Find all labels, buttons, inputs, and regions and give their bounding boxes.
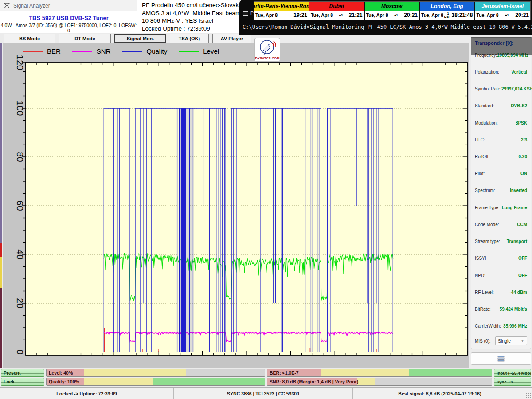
sidebar-row-value: -44 dBm [510, 290, 527, 295]
sidebar-row: FEC:2/3 [475, 137, 527, 142]
clock-date: Tue, Apr 8 [477, 12, 499, 18]
legend-label: SNR [97, 47, 111, 55]
legend-swatch [72, 51, 92, 52]
mis-label: MIS (0): [475, 339, 491, 344]
y-axis-label-20: 20 [7, 290, 33, 317]
signal-chart-panel: BERSNRQualityLevel DXSATCS.COM 120100806… [3, 43, 469, 368]
mis-dropdown[interactable]: Single ▼ [495, 336, 527, 345]
sidebar-row: Spectrum:Inverted [475, 188, 527, 193]
console-window[interactable]: Pri C:\Users\Roman Dávid>Signal Monitori… [239, 0, 532, 35]
tab-dt-mode[interactable]: DT Mode [59, 34, 111, 43]
status-badge-sync-ts: Sync TS [494, 378, 531, 386]
clock-jerusalem-israel: Jerusalem-IsraelTue, Apr 8+120:21 [475, 2, 531, 20]
bar-level: Level: 40% [46, 369, 265, 377]
sidebar-row-value: Long Frame [502, 205, 527, 210]
resize-grip[interactable] [526, 393, 531, 398]
status-badge-present: Present [1, 369, 44, 377]
y-axis-label-40: 40 [7, 241, 33, 268]
sidebar-row-label: Frame Type: [475, 205, 500, 210]
tuner-name: TBS 5927 USB DVB-S2 Tuner [0, 15, 137, 21]
sidebar-row-value: 59,424 Mbit/s [500, 307, 527, 312]
bar-ber: BER: <1.0E-7 [267, 369, 492, 377]
sidebar-row: Code Mode:CCM [475, 222, 527, 227]
clock-date: Tue, Apr 8 [366, 12, 388, 18]
legend-label: Level [203, 47, 219, 55]
sidebar-row-label: RollOff: [475, 154, 489, 159]
session-info-line: Locked Uptime : 72:39:09 [142, 25, 239, 33]
console-icon [243, 11, 248, 16]
legend-item-snr: SNR [72, 47, 111, 55]
sidebar-row: BitRate:59,424 Mbit/s [475, 307, 527, 312]
clock-city-label: Dubai [309, 2, 364, 11]
bar-label: SNR: 8,0 dB (Margin: 1,4 dB | Very Poor) [270, 378, 358, 385]
background-window-edge [0, 43, 2, 368]
clock-berlin-paris-vienna-roma: Berlin-Paris-Vienna-RomaTue, Apr 819:21 [254, 2, 309, 20]
session-info-line: 10 806 MHz-V : YES Israel [142, 17, 239, 25]
world-clock-panel: Berlin-Paris-Vienna-RomaTue, Apr 819:21D… [254, 1, 531, 20]
y-axis-label-60: 60 [7, 192, 33, 219]
signal-traces [19, 62, 474, 358]
clock-city-label: Berlin-Paris-Vienna-Roma [254, 2, 309, 11]
clock-time-row: Tue, Apr 8+120:21 [365, 11, 419, 20]
tab-bs-mode[interactable]: BS Mode [4, 34, 55, 43]
session-info-line: PF Prodelin 450 cm/Lučenec-Slovakia [142, 1, 239, 9]
status-row: PresentLevel: 40%BER: <1.0E-7Input (~55,… [0, 369, 532, 377]
titlebar[interactable]: Signal Analyzer [0, 0, 137, 11]
bar-segment-yellow [321, 369, 408, 376]
tab-tsa-ok-[interactable]: TSA (OK) [170, 34, 209, 43]
bar-segment-yellow [84, 369, 186, 376]
bar-quality: Quality: 100% [46, 378, 265, 386]
edge-red-segment [0, 243, 2, 257]
bar-segment-green [153, 378, 265, 385]
mis-value: Single [498, 338, 511, 344]
clock-city-label: Jerusalem-Israel [475, 2, 531, 11]
session-info: PF Prodelin 450 cm/Lučenec-Slovakia AMOS… [137, 0, 239, 33]
statusbar-uptime: Locked -> Uptime: 72:39:09 [0, 388, 174, 399]
sidebar-row: RF Level:-44 dBm [475, 290, 527, 295]
sidebar-row-value: 2/3 [521, 137, 527, 142]
tab-signal-mon-[interactable]: Signal Mon. [114, 34, 166, 43]
sidebar-row-value: Inverted [510, 188, 527, 193]
clock-time-row: Tue, Apr 819:21 [254, 11, 309, 20]
sidebar-row-value: 35,996 MHz [503, 324, 527, 329]
clock-utc-offset: +1 [388, 14, 404, 17]
clock-time-row: Tue, Apr 8-1DST18:21:48 [420, 11, 474, 20]
console-command-line[interactable]: C:\Users\Roman Dávid>Signal Monitoring_P… [243, 24, 531, 30]
legend-label: Quality [147, 47, 168, 55]
legend-swatch [179, 51, 199, 52]
sidebar-row-label: Frequency: [475, 53, 497, 58]
clock-city-label: London, Eng [420, 2, 474, 11]
clock-utc-offset: +1 [499, 14, 516, 17]
clock-time: 19:21 [293, 12, 307, 18]
sidebar-row-label: Pilot: [475, 171, 485, 176]
bar-label: Quality: 100% [49, 378, 79, 385]
y-axis-label-100: 100 [7, 95, 33, 121]
sidebar-row-label: Symbol Rate: [475, 86, 501, 91]
sidebar-row-label: ISSYI [475, 256, 486, 261]
dxsatcs-logo: DXSATCS.COM [254, 38, 280, 62]
sidebar-row-value: OFF [518, 273, 527, 278]
sidebar-tool-button[interactable] [471, 352, 531, 365]
signal-plot [26, 63, 467, 356]
sidebar-row: Polarization:Vertical [475, 70, 527, 74]
bar-label: BER: <1.0E-7 [270, 369, 299, 376]
sidebar-row: Modulation:8PSK [475, 121, 527, 125]
sidebar-row: NPD:OFF [475, 273, 527, 278]
sidebar-row: Stream type:Transport [475, 239, 527, 244]
edge-yellow-segment [0, 257, 2, 288]
transponder-sidebar: Transponder [0]: Frequency:10805,894 MHz… [471, 37, 531, 349]
status-badge-lock: Lock [1, 378, 44, 386]
clock-time-row: Tue, Apr 8+120:21 [475, 11, 531, 20]
sidebar-row: Frame Type:Long Frame [475, 205, 527, 210]
clock-moscow: MoscowTue, Apr 8+120:21 [365, 2, 420, 20]
clock-time: 18:21:48 [451, 12, 473, 18]
list-icon [497, 356, 505, 362]
sidebar-row-label: Code Mode: [475, 222, 499, 227]
legend-item-level: Level [179, 47, 219, 55]
chart-legend: BERSNRQualityLevel [23, 47, 219, 55]
sidebar-row: RollOff:0.20 [475, 154, 527, 159]
status-row: LockQuality: 100%SNR: 8,0 dB (Margin: 1,… [0, 378, 532, 386]
sidebar-row-value: 0.20 [519, 154, 527, 159]
sidebar-row-label: Standard: [475, 103, 494, 108]
sidebar-row: ISSYIOFF [475, 256, 527, 261]
